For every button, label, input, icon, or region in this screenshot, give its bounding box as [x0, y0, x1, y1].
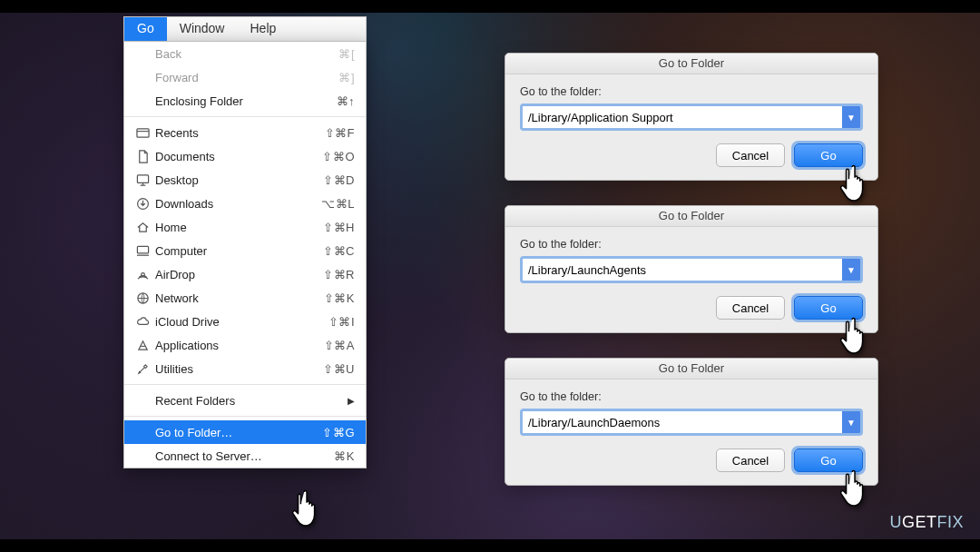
go-button[interactable]: Go	[794, 143, 863, 167]
airdrop-icon	[133, 268, 152, 281]
cancel-button[interactable]: Cancel	[716, 143, 785, 167]
home-icon	[133, 221, 152, 234]
menu-computer[interactable]: Computer⇧⌘C	[124, 239, 366, 262]
menu-downloads[interactable]: Downloads⌥⌘L	[124, 192, 366, 215]
combo-chevron-icon[interactable]: ▼	[842, 106, 860, 128]
svg-rect-1	[137, 174, 148, 182]
menu-applications[interactable]: Applications⇧⌘A	[124, 333, 366, 357]
go-to-folder-dialog-3: Go to Folder Go to the folder: ▼ Cancel …	[505, 358, 878, 486]
menubar: Go Window Help	[123, 16, 367, 41]
menubar-go[interactable]: Go	[124, 17, 167, 41]
watermark: UGETFIX	[889, 513, 964, 532]
dialog-field-label: Go to the folder:	[520, 85, 863, 98]
go-button[interactable]: Go	[794, 296, 863, 320]
folder-path-input[interactable]	[523, 106, 842, 128]
computer-icon	[133, 244, 152, 258]
menubar-window[interactable]: Window	[167, 17, 238, 41]
network-icon	[133, 291, 152, 305]
menu-recent-folders[interactable]: Recent Folders▶	[124, 389, 366, 412]
menu-airdrop[interactable]: AirDrop⇧⌘R	[124, 262, 366, 286]
desktop-icon	[133, 173, 152, 187]
folder-path-combo[interactable]: ▼	[520, 104, 863, 131]
go-to-folder-dialog-1: Go to Folder Go to the folder: ▼ Cancel …	[505, 53, 878, 181]
menu-connect-to-server[interactable]: Connect to Server…⌘K	[124, 444, 366, 468]
cursor-hand-icon	[290, 487, 325, 530]
folder-path-input[interactable]	[523, 259, 842, 281]
svg-rect-0	[136, 128, 148, 136]
folder-path-input[interactable]	[523, 411, 842, 433]
combo-chevron-icon[interactable]: ▼	[842, 259, 860, 281]
combo-chevron-icon[interactable]: ▼	[842, 411, 860, 433]
menu-home[interactable]: Home⇧⌘H	[124, 215, 366, 239]
go-button[interactable]: Go	[794, 448, 863, 472]
utilities-icon	[133, 362, 152, 376]
menubar-help[interactable]: Help	[237, 17, 289, 41]
menu-enclosing-folder[interactable]: Enclosing Folder⌘↑	[124, 89, 366, 113]
cancel-button[interactable]: Cancel	[716, 296, 785, 320]
cancel-button[interactable]: Cancel	[716, 448, 785, 472]
dialog-title: Go to Folder	[505, 206, 877, 227]
dialog-field-label: Go to the folder:	[520, 238, 863, 251]
menu-desktop[interactable]: Desktop⇧⌘D	[124, 168, 366, 192]
menu-documents[interactable]: Documents⇧⌘O	[124, 144, 366, 168]
dialog-title: Go to Folder	[505, 54, 877, 74]
menu-recents[interactable]: Recents⇧⌘F	[124, 121, 366, 144]
dialog-field-label: Go to the folder:	[520, 390, 863, 403]
menu-network[interactable]: Network⇧⌘K	[124, 286, 366, 310]
menu-go-to-folder[interactable]: Go to Folder…⇧⌘G	[124, 420, 366, 444]
downloads-icon	[133, 197, 152, 211]
recents-icon	[133, 126, 152, 140]
icloud-icon	[133, 315, 152, 329]
folder-path-combo[interactable]: ▼	[520, 256, 863, 283]
go-dropdown: Back⌘[ Forward⌘] Enclosing Folder⌘↑ Rece…	[123, 41, 367, 468]
svg-rect-3	[137, 246, 148, 253]
chevron-right-icon: ▶	[348, 396, 355, 406]
folder-path-combo[interactable]: ▼	[520, 409, 863, 436]
menu-back: Back⌘[	[124, 42, 366, 65]
menu-icloud[interactable]: iCloud Drive⇧⌘I	[124, 310, 366, 333]
menu-utilities[interactable]: Utilities⇧⌘U	[124, 357, 366, 380]
dialog-title: Go to Folder	[505, 359, 877, 380]
go-to-folder-dialog-2: Go to Folder Go to the folder: ▼ Cancel …	[505, 205, 878, 333]
documents-icon	[133, 150, 152, 163]
menu-forward: Forward⌘]	[124, 65, 366, 89]
applications-icon	[133, 339, 152, 352]
go-menu-panel: Go Window Help Back⌘[ Forward⌘] Enclosin…	[123, 16, 367, 468]
